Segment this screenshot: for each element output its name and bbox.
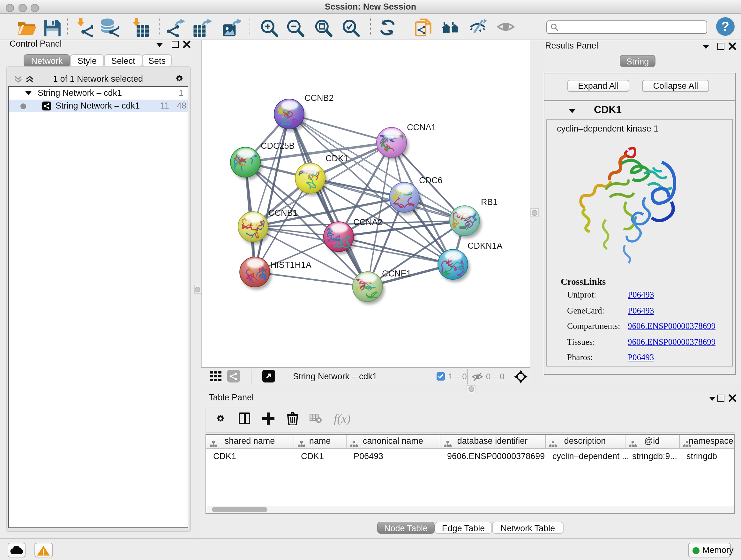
svg-text:CCNB1: CCNB1 [268,208,297,218]
svg-text:CCNE1: CCNE1 [382,269,411,278]
svg-text:CCNA2: CCNA2 [353,217,382,227]
svg-text:CDK1: CDK1 [325,153,348,163]
svg-text:CCNB2: CCNB2 [304,93,333,103]
svg-text:CDKN1A: CDKN1A [467,241,502,251]
svg-text:CCNA1: CCNA1 [407,123,436,132]
svg-text:RB1: RB1 [481,197,497,207]
svg-text:HIST1H1A: HIST1H1A [270,260,311,270]
svg-text:CDC25B: CDC25B [260,141,294,151]
svg-text:CDC6: CDC6 [419,176,442,185]
